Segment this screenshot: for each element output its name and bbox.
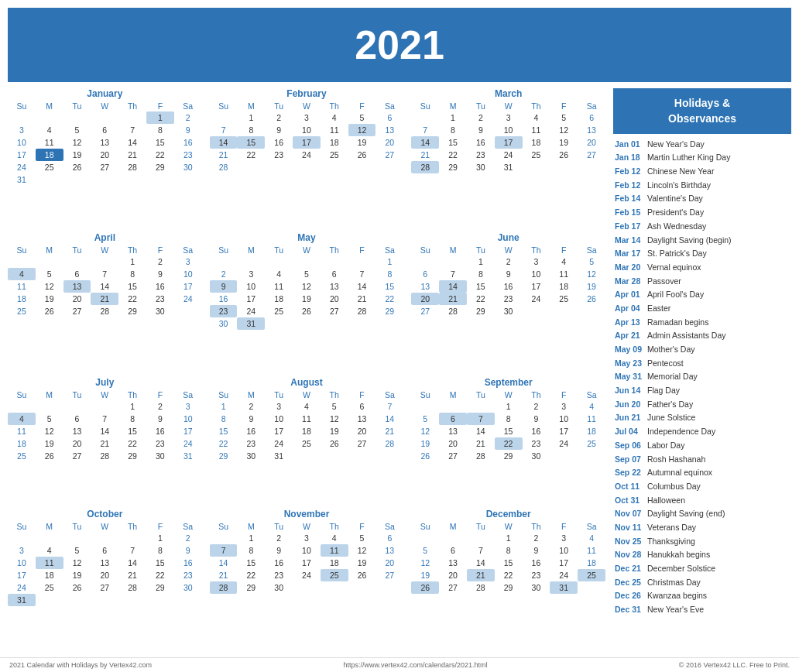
calendar-day: 15 — [375, 280, 403, 293]
day-header: Su — [411, 521, 439, 532]
calendar-day: 15 — [237, 557, 265, 569]
calendar-day: 15 — [118, 280, 146, 293]
day-header: F — [146, 521, 174, 532]
holiday-date: Nov 11 — [615, 522, 644, 533]
calendar-day: 2 — [523, 400, 550, 413]
calendar-day: 11 — [523, 124, 550, 136]
day-header: Th — [523, 101, 550, 111]
day-header: F — [146, 245, 174, 255]
calendar-day: 1 — [146, 111, 174, 124]
calendar-day: 25 — [550, 293, 578, 305]
day-header: M — [36, 245, 63, 255]
calendar-day: 20 — [375, 557, 403, 569]
day-header: Tu — [63, 521, 91, 532]
day-header: Th — [321, 101, 348, 111]
month-block-july: JulySuMTuWThFSa1234567891011121314151617… — [8, 377, 202, 504]
day-header: Th — [321, 389, 348, 400]
calendar-day: 16 — [495, 280, 523, 293]
calendar-day: 6 — [439, 413, 467, 425]
calendar-day — [210, 532, 238, 544]
day-header: F — [146, 389, 174, 400]
calendar-day: 1 — [210, 400, 238, 413]
holiday-item: Sep 22Autumnal equinox — [613, 466, 791, 480]
holiday-name: June Solstice — [647, 412, 695, 423]
calendar-day: 5 — [348, 111, 376, 124]
holiday-date: Jun 20 — [615, 399, 644, 410]
year-header: 2021 — [8, 8, 791, 82]
calendar-day: 5 — [321, 400, 348, 413]
calendar-day: 31 — [8, 594, 36, 606]
calendar-day: 22 — [495, 437, 523, 450]
holiday-item: Mar 14Daylight Saving (begin) — [613, 233, 791, 247]
day-header: Th — [118, 245, 146, 255]
calendar-day: 24 — [495, 149, 523, 161]
calendar-day: 1 — [237, 532, 265, 544]
holiday-date: Feb 15 — [615, 207, 644, 218]
calendar-day — [293, 317, 321, 330]
calendar-day: 23 — [523, 437, 550, 450]
calendar-day: 2 — [265, 111, 293, 124]
calendar-day: 4 — [321, 532, 348, 544]
month-title: February — [210, 88, 404, 99]
holiday-item: Dec 26Kwanzaa begins — [613, 589, 791, 603]
calendar-day — [118, 173, 146, 186]
calendar-day — [550, 161, 578, 173]
calendar-day: 9 — [174, 124, 202, 136]
holiday-name: Mother's Day — [647, 344, 695, 355]
calendar-day: 1 — [495, 532, 523, 544]
calendar-day: 2 — [146, 400, 174, 413]
holiday-name: Rosh Hashanah — [647, 454, 705, 465]
calendar-day: 24 — [550, 437, 578, 450]
day-header: Tu — [265, 245, 293, 255]
calendar-day: 1 — [118, 400, 146, 413]
calendar-day: 2 — [210, 268, 238, 280]
calendar-day — [146, 173, 174, 186]
calendar-day: 29 — [495, 450, 523, 462]
holiday-name: Ash Wednesday — [647, 221, 706, 232]
holiday-date: Sep 06 — [615, 440, 644, 451]
calendar-day: 31 — [495, 161, 523, 173]
calendar-day: 13 — [91, 136, 118, 149]
calendar-day: 19 — [63, 149, 91, 161]
month-block-may: MaySuMTuWThFSa12345678910111213141516171… — [210, 232, 404, 372]
calendar-day: 29 — [146, 581, 174, 594]
calendar-day: 27 — [439, 450, 467, 462]
day-header: Tu — [63, 245, 91, 255]
day-header: W — [91, 245, 118, 255]
day-header: Th — [523, 521, 550, 532]
calendar-day: 8 — [467, 268, 495, 280]
calendar-day: 25 — [321, 149, 348, 161]
calendar-day — [375, 450, 403, 462]
calendar-day: 17 — [293, 557, 321, 569]
calendar-day — [375, 161, 403, 173]
calendar-day: 27 — [375, 569, 403, 581]
month-title: June — [411, 232, 605, 243]
calendar-day: 27 — [91, 581, 118, 594]
holiday-date: Apr 04 — [615, 303, 644, 314]
calendar-day — [36, 400, 63, 413]
calendar-day: 5 — [293, 268, 321, 280]
calendar-day: 29 — [375, 305, 403, 317]
holiday-name: Independence Day — [647, 426, 715, 437]
calendar-day: 12 — [348, 544, 376, 557]
calendar-day: 23 — [174, 569, 202, 581]
calendar-day: 3 — [523, 255, 550, 268]
day-header: M — [237, 521, 265, 532]
calendar-day: 26 — [63, 581, 91, 594]
calendar-day: 16 — [523, 557, 550, 569]
calendar-day — [348, 450, 376, 462]
calendar-day — [578, 305, 605, 317]
holiday-date: Dec 25 — [615, 577, 644, 588]
day-header: F — [348, 245, 376, 255]
holiday-name: Columbus Day — [647, 481, 701, 492]
calendar-day: 24 — [8, 581, 36, 594]
calendar-day: 10 — [293, 544, 321, 557]
calendar-day: 23 — [265, 149, 293, 161]
calendar-day: 22 — [495, 569, 523, 581]
calendar-day: 24 — [8, 161, 36, 173]
day-header: Tu — [467, 389, 495, 400]
day-header: M — [36, 101, 63, 111]
calendar-day: 4 — [523, 111, 550, 124]
calendar-day: 28 — [375, 437, 403, 450]
calendar-day: 26 — [63, 161, 91, 173]
